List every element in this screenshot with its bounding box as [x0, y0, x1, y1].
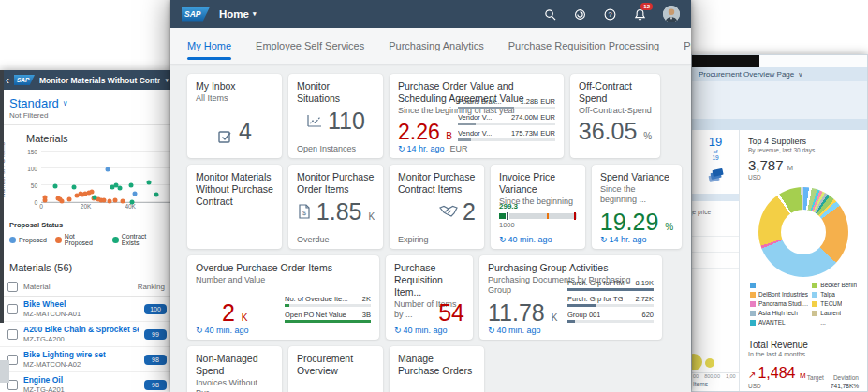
material-row[interactable]: Bike Lighting wire set MZ-MATCON-A02 98 — [0, 347, 174, 372]
back-icon[interactable] — [6, 75, 9, 86]
filter-status: Not Filtered — [9, 111, 165, 120]
select-all-checkbox[interactable] — [7, 282, 18, 292]
tile-my-inbox[interactable]: My Inbox All Items 4 — [187, 74, 282, 158]
pager-total: 19 — [692, 154, 739, 161]
refresh-link[interactable]: 14 hr. ago — [398, 144, 445, 153]
scatter-datapoint[interactable] — [132, 192, 137, 196]
tile-off-contract-spend[interactable]: Off-Contract Spend Off-Contract-Spend 36… — [570, 74, 660, 158]
material-name-link[interactable]: Bike Lighting wire set — [23, 350, 106, 359]
scatter-datapoint[interactable] — [120, 198, 125, 203]
refresh-link[interactable]: 40 min. ago — [394, 326, 448, 335]
tile-overdue-po-items[interactable]: Overdue Purchase Order Items Number and … — [187, 255, 379, 340]
refresh-time: 40 min. ago — [497, 326, 541, 335]
scatter-datapoint[interactable] — [154, 193, 158, 197]
bullet-warning-marker — [547, 213, 549, 219]
legend-item: DelBont Industries — [750, 291, 808, 298]
refresh-link[interactable]: 40 min. ago — [499, 235, 552, 244]
overview-page-header[interactable]: Procurement Overview Page — [692, 67, 867, 81]
tile-manage-purchase-orders[interactable]: Manage Purchase Orders — [390, 346, 484, 392]
copilot-icon[interactable] — [573, 7, 587, 22]
chevron-down-icon[interactable] — [63, 99, 68, 108]
tab-label: Purchase Order Proc — [684, 40, 691, 51]
user-avatar[interactable] — [663, 6, 680, 22]
suppliers-kpi-value: 3,787 — [748, 157, 784, 173]
list-divider — [692, 253, 739, 269]
scatter-datapoint[interactable] — [147, 181, 152, 185]
refresh-time: 14 hr. ago — [407, 144, 445, 153]
material-name-link[interactable]: A200 Bike Chain & Sprocket set — [23, 325, 139, 334]
legend-label: Talpa — [820, 291, 835, 298]
launchpad-tab[interactable]: Purchasing Analytics — [389, 30, 484, 62]
row-checkbox[interactable] — [7, 304, 18, 314]
legend-swatch — [55, 237, 62, 243]
tile-pr-items[interactable]: Purchase Requisition Item... Number of I… — [386, 255, 473, 340]
material-row[interactable]: A200 Bike Chain & Sprocket set MZ-TG-A20… — [0, 322, 174, 347]
notifications-bell-icon[interactable]: 12 — [633, 7, 647, 22]
variant-name[interactable]: Standard — [9, 96, 59, 110]
home-menu[interactable]: Home — [219, 8, 256, 20]
layers-icon[interactable] — [707, 167, 724, 186]
scatter-datapoint[interactable] — [59, 198, 64, 203]
scatter-datapoint[interactable] — [130, 199, 135, 204]
scrollbar[interactable] — [0, 360, 9, 383]
comparison-bar — [567, 320, 575, 323]
launchpad-tab[interactable]: Purchase Order Proc — [684, 30, 691, 62]
chevron-down-icon[interactable] — [165, 77, 169, 84]
scatter-datapoint[interactable] — [71, 184, 76, 189]
material-name-link[interactable]: Engine Oil — [23, 375, 65, 385]
suppliers-donut-chart[interactable] — [758, 187, 848, 277]
scatter-datapoint[interactable] — [118, 185, 123, 190]
card-pager[interactable]: 19 of 19 — [692, 130, 739, 161]
tile-purchasing-group-activities[interactable]: Purchasing Group Activities Purchasing D… — [479, 255, 662, 340]
legend-swatch — [750, 301, 756, 307]
ranking-badge: 99 — [144, 329, 167, 340]
material-row[interactable]: Bike Wheel MZ-MATCON-A01 100 — [0, 297, 174, 322]
tile-procurement-overview[interactable]: Procurement Overview — [288, 346, 383, 392]
launchpad-tab[interactable]: Employee Self Services — [256, 30, 364, 62]
tile-footer-label: Open Instances — [297, 144, 356, 153]
scatter-datapoint[interactable] — [66, 196, 71, 201]
tile-spend-variance[interactable]: Spend Variance Since the beginning ... 1… — [592, 165, 682, 249]
refresh-link[interactable]: 40 min. ago — [196, 326, 249, 335]
scatter-datapoint[interactable] — [89, 190, 94, 195]
scatter-datapoint[interactable] — [106, 167, 110, 172]
material-row[interactable]: Engine Oil MZ-TG-A201 98 — [0, 372, 174, 392]
tile-monitor-po-items[interactable]: Monitor Purchase Order Items $ 1.85 K Ov… — [288, 165, 383, 249]
tile-kpi: 36.05 — [579, 118, 638, 144]
launchpad-tab[interactable]: Purchase Requisition Processing — [508, 30, 659, 62]
window-edge — [0, 70, 4, 323]
refresh-icon — [394, 326, 402, 335]
materials-scatter-plot[interactable] — [41, 152, 170, 203]
tile-monitor-pc-items[interactable]: Monitor Purchase Contract Items 2 Expiri… — [390, 165, 484, 249]
refresh-link[interactable]: 40 min. ago — [488, 326, 541, 335]
tile-monitor-materials[interactable]: Monitor Materials Without Purchase Contr… — [187, 165, 282, 249]
legend-label: AVANTEL — [758, 319, 786, 326]
top-suppliers-card[interactable]: Top 4 Suppliers By revenue, last 30 days… — [740, 130, 867, 329]
bubble-datapoint — [692, 354, 702, 370]
scatter-datapoint[interactable] — [129, 183, 134, 188]
tile-kpi: 2 — [222, 299, 235, 326]
scatter-datapoint[interactable] — [43, 196, 48, 200]
tile-monitor-situations[interactable]: Monitor Situations 110 Open Instances — [288, 74, 383, 158]
tile-invoice-price-variance[interactable]: Invoice Price Variance Since the beginni… — [491, 165, 585, 249]
scatter-datapoint[interactable] — [101, 197, 106, 202]
scatter-datapoint[interactable] — [92, 196, 96, 200]
material-name-link[interactable]: Bike Wheel — [23, 299, 81, 309]
refresh-link[interactable]: 14 hr. ago — [600, 235, 647, 244]
help-icon[interactable]: ? — [603, 7, 617, 22]
search-icon[interactable] — [543, 7, 557, 22]
variant-selector[interactable]: Standard Not Filtered — [0, 90, 174, 125]
chevron-down-icon[interactable] — [798, 71, 802, 79]
revenue-target-block: Target Deviation 741,78K% — [807, 374, 859, 389]
tile-po-value[interactable]: Purchase Order Value and Scheduling Agre… — [390, 74, 564, 158]
row-checkbox[interactable] — [7, 329, 18, 340]
tile-non-managed-spend[interactable]: Non-Managed Spend Invoices Without Pur..… — [187, 346, 282, 392]
launchpad-tab[interactable]: My Home — [187, 30, 231, 62]
scatter-datapoint[interactable] — [53, 184, 58, 189]
scatter-datapoint[interactable] — [107, 198, 111, 203]
tab-label: Employee Self Services — [256, 40, 364, 51]
comparison-label: No. of Overdue Ite... — [285, 295, 348, 303]
sap-logo[interactable]: SAP — [182, 7, 210, 22]
scatter-datapoint[interactable] — [112, 198, 117, 203]
total-revenue-card[interactable]: Total Revenue In the last 4 months 1,484… — [740, 333, 867, 392]
